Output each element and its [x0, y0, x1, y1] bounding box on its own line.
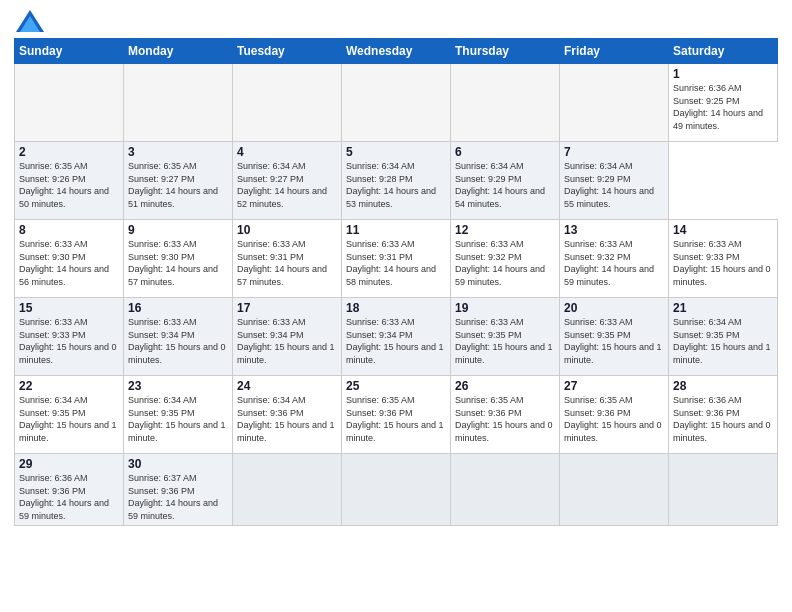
day-number: 24	[237, 379, 337, 393]
day-info: Sunrise: 6:35 AMSunset: 9:36 PMDaylight:…	[564, 395, 662, 443]
empty-cell	[451, 64, 560, 142]
day-info: Sunrise: 6:33 AMSunset: 9:33 PMDaylight:…	[19, 317, 117, 365]
day-info: Sunrise: 6:34 AMSunset: 9:29 PMDaylight:…	[455, 161, 545, 209]
day-info: Sunrise: 6:33 AMSunset: 9:30 PMDaylight:…	[19, 239, 109, 287]
day-info: Sunrise: 6:33 AMSunset: 9:34 PMDaylight:…	[346, 317, 444, 365]
day-info: Sunrise: 6:34 AMSunset: 9:28 PMDaylight:…	[346, 161, 436, 209]
calendar-page: SundayMondayTuesdayWednesdayThursdayFrid…	[0, 0, 792, 612]
day-cell-30: 30Sunrise: 6:37 AMSunset: 9:36 PMDayligh…	[124, 454, 233, 526]
day-cell-20: 20Sunrise: 6:33 AMSunset: 9:35 PMDayligh…	[560, 298, 669, 376]
header-cell-thursday: Thursday	[451, 39, 560, 64]
day-cell-23: 23Sunrise: 6:34 AMSunset: 9:35 PMDayligh…	[124, 376, 233, 454]
day-number: 22	[19, 379, 119, 393]
day-number: 16	[128, 301, 228, 315]
calendar-week-2: 2Sunrise: 6:35 AMSunset: 9:26 PMDaylight…	[15, 142, 778, 220]
header-cell-wednesday: Wednesday	[342, 39, 451, 64]
empty-cell	[560, 64, 669, 142]
day-cell-14: 14Sunrise: 6:33 AMSunset: 9:33 PMDayligh…	[669, 220, 778, 298]
day-number: 29	[19, 457, 119, 471]
calendar-week-5: 22Sunrise: 6:34 AMSunset: 9:35 PMDayligh…	[15, 376, 778, 454]
day-info: Sunrise: 6:34 AMSunset: 9:36 PMDaylight:…	[237, 395, 335, 443]
empty-cell	[560, 454, 669, 526]
day-number: 9	[128, 223, 228, 237]
calendar-week-1: 1Sunrise: 6:36 AMSunset: 9:25 PMDaylight…	[15, 64, 778, 142]
day-number: 25	[346, 379, 446, 393]
calendar-week-3: 8Sunrise: 6:33 AMSunset: 9:30 PMDaylight…	[15, 220, 778, 298]
day-number: 15	[19, 301, 119, 315]
day-info: Sunrise: 6:35 AMSunset: 9:26 PMDaylight:…	[19, 161, 109, 209]
day-number: 21	[673, 301, 773, 315]
day-cell-29: 29Sunrise: 6:36 AMSunset: 9:36 PMDayligh…	[15, 454, 124, 526]
empty-cell	[342, 64, 451, 142]
day-cell-22: 22Sunrise: 6:34 AMSunset: 9:35 PMDayligh…	[15, 376, 124, 454]
day-cell-4: 4Sunrise: 6:34 AMSunset: 9:27 PMDaylight…	[233, 142, 342, 220]
day-info: Sunrise: 6:33 AMSunset: 9:32 PMDaylight:…	[564, 239, 654, 287]
day-info: Sunrise: 6:33 AMSunset: 9:35 PMDaylight:…	[455, 317, 553, 365]
day-info: Sunrise: 6:36 AMSunset: 9:25 PMDaylight:…	[673, 83, 763, 131]
day-info: Sunrise: 6:33 AMSunset: 9:34 PMDaylight:…	[128, 317, 226, 365]
empty-cell	[233, 454, 342, 526]
day-info: Sunrise: 6:37 AMSunset: 9:36 PMDaylight:…	[128, 473, 218, 521]
day-cell-1: 1Sunrise: 6:36 AMSunset: 9:25 PMDaylight…	[669, 64, 778, 142]
header-cell-saturday: Saturday	[669, 39, 778, 64]
day-cell-15: 15Sunrise: 6:33 AMSunset: 9:33 PMDayligh…	[15, 298, 124, 376]
day-info: Sunrise: 6:33 AMSunset: 9:34 PMDaylight:…	[237, 317, 335, 365]
empty-cell	[451, 454, 560, 526]
day-info: Sunrise: 6:34 AMSunset: 9:35 PMDaylight:…	[128, 395, 226, 443]
day-cell-25: 25Sunrise: 6:35 AMSunset: 9:36 PMDayligh…	[342, 376, 451, 454]
header	[14, 10, 778, 32]
day-number: 3	[128, 145, 228, 159]
day-cell-19: 19Sunrise: 6:33 AMSunset: 9:35 PMDayligh…	[451, 298, 560, 376]
day-cell-27: 27Sunrise: 6:35 AMSunset: 9:36 PMDayligh…	[560, 376, 669, 454]
header-cell-friday: Friday	[560, 39, 669, 64]
day-cell-2: 2Sunrise: 6:35 AMSunset: 9:26 PMDaylight…	[15, 142, 124, 220]
day-number: 28	[673, 379, 773, 393]
day-cell-3: 3Sunrise: 6:35 AMSunset: 9:27 PMDaylight…	[124, 142, 233, 220]
day-cell-6: 6Sunrise: 6:34 AMSunset: 9:29 PMDaylight…	[451, 142, 560, 220]
day-number: 10	[237, 223, 337, 237]
day-info: Sunrise: 6:35 AMSunset: 9:36 PMDaylight:…	[346, 395, 444, 443]
day-cell-12: 12Sunrise: 6:33 AMSunset: 9:32 PMDayligh…	[451, 220, 560, 298]
day-number: 13	[564, 223, 664, 237]
day-number: 17	[237, 301, 337, 315]
day-number: 1	[673, 67, 773, 81]
day-cell-8: 8Sunrise: 6:33 AMSunset: 9:30 PMDaylight…	[15, 220, 124, 298]
day-cell-24: 24Sunrise: 6:34 AMSunset: 9:36 PMDayligh…	[233, 376, 342, 454]
day-number: 4	[237, 145, 337, 159]
day-number: 5	[346, 145, 446, 159]
day-info: Sunrise: 6:34 AMSunset: 9:27 PMDaylight:…	[237, 161, 327, 209]
day-number: 26	[455, 379, 555, 393]
empty-cell	[342, 454, 451, 526]
day-info: Sunrise: 6:33 AMSunset: 9:30 PMDaylight:…	[128, 239, 218, 287]
day-cell-7: 7Sunrise: 6:34 AMSunset: 9:29 PMDaylight…	[560, 142, 669, 220]
day-info: Sunrise: 6:33 AMSunset: 9:31 PMDaylight:…	[346, 239, 436, 287]
day-number: 8	[19, 223, 119, 237]
day-cell-5: 5Sunrise: 6:34 AMSunset: 9:28 PMDaylight…	[342, 142, 451, 220]
calendar-week-4: 15Sunrise: 6:33 AMSunset: 9:33 PMDayligh…	[15, 298, 778, 376]
day-info: Sunrise: 6:35 AMSunset: 9:27 PMDaylight:…	[128, 161, 218, 209]
day-cell-18: 18Sunrise: 6:33 AMSunset: 9:34 PMDayligh…	[342, 298, 451, 376]
day-cell-28: 28Sunrise: 6:36 AMSunset: 9:36 PMDayligh…	[669, 376, 778, 454]
day-info: Sunrise: 6:33 AMSunset: 9:31 PMDaylight:…	[237, 239, 327, 287]
logo-arrow-icon	[16, 10, 44, 32]
day-cell-10: 10Sunrise: 6:33 AMSunset: 9:31 PMDayligh…	[233, 220, 342, 298]
day-info: Sunrise: 6:35 AMSunset: 9:36 PMDaylight:…	[455, 395, 553, 443]
header-cell-tuesday: Tuesday	[233, 39, 342, 64]
calendar-week-6: 29Sunrise: 6:36 AMSunset: 9:36 PMDayligh…	[15, 454, 778, 526]
empty-cell	[669, 454, 778, 526]
day-number: 7	[564, 145, 664, 159]
header-row: SundayMondayTuesdayWednesdayThursdayFrid…	[15, 39, 778, 64]
day-cell-17: 17Sunrise: 6:33 AMSunset: 9:34 PMDayligh…	[233, 298, 342, 376]
calendar-table: SundayMondayTuesdayWednesdayThursdayFrid…	[14, 38, 778, 526]
day-info: Sunrise: 6:34 AMSunset: 9:29 PMDaylight:…	[564, 161, 654, 209]
day-cell-21: 21Sunrise: 6:34 AMSunset: 9:35 PMDayligh…	[669, 298, 778, 376]
day-number: 18	[346, 301, 446, 315]
day-info: Sunrise: 6:36 AMSunset: 9:36 PMDaylight:…	[673, 395, 771, 443]
day-number: 27	[564, 379, 664, 393]
empty-cell	[124, 64, 233, 142]
logo	[14, 10, 44, 32]
day-number: 11	[346, 223, 446, 237]
empty-cell	[15, 64, 124, 142]
day-number: 20	[564, 301, 664, 315]
day-info: Sunrise: 6:33 AMSunset: 9:35 PMDaylight:…	[564, 317, 662, 365]
